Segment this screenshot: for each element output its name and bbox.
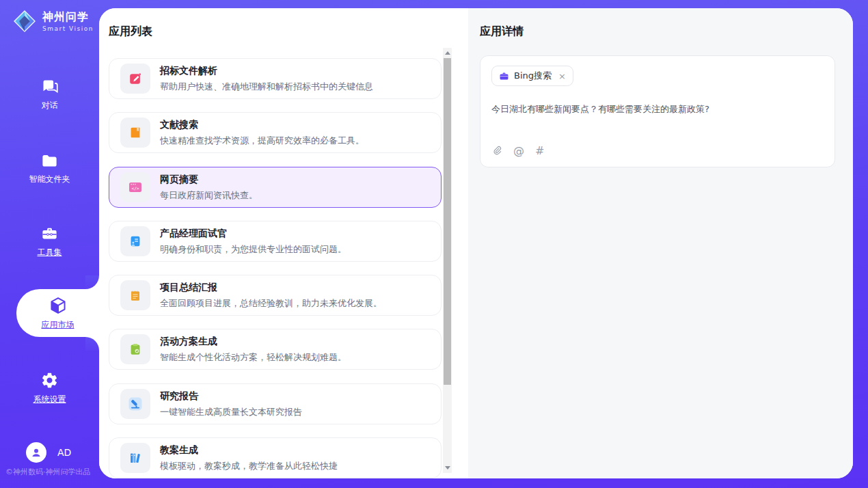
app-icon-tile xyxy=(120,443,150,473)
avatar xyxy=(26,442,46,463)
brand-tagline: Smart Vision xyxy=(42,25,94,32)
app-list-panel: 应用列表 招标文件解析 帮助用户快速、准确地理解和解析招标书中的关键信息 xyxy=(99,8,468,478)
mention-icon[interactable]: @ xyxy=(513,146,524,157)
app-icon-tile xyxy=(120,64,150,94)
bubble-bottom-curve xyxy=(85,337,99,351)
bubble-top-curve xyxy=(85,275,99,289)
app-description: 帮助用户快速、准确地理解和解析招标书中的关键信息 xyxy=(160,81,373,93)
tool-tag-label: Bing搜索 xyxy=(514,70,552,82)
sidebar-item-chat[interactable]: 对话 xyxy=(0,70,99,118)
diamond-logo-icon xyxy=(12,9,37,33)
app-icon-tile xyxy=(120,334,150,364)
prompt-card: Bing搜索 × 今日湖北有哪些新闻要点？有哪些需要关注的最新政策? @ # xyxy=(480,55,835,167)
tag-close-icon[interactable]: × xyxy=(558,71,566,81)
scroll-down-arrow[interactable] xyxy=(445,466,450,470)
scroll-up-arrow[interactable] xyxy=(445,51,450,55)
interview-icon xyxy=(128,234,143,249)
briefcase-icon xyxy=(499,71,509,81)
prompt-input[interactable]: 今日湖北有哪些新闻要点？有哪些需要关注的最新政策? xyxy=(491,103,824,116)
app-name: 文献搜索 xyxy=(160,119,364,131)
app-icon-tile xyxy=(120,118,150,148)
app-description: 一键智能生成高质量长文本研究报告 xyxy=(160,406,302,418)
copyright-text: ©神州数码·神州问学出品 xyxy=(5,467,101,477)
app-card-web-summary[interactable]: </> 网页摘要 每日政府新闻资讯快查。 xyxy=(109,167,442,208)
sidebar-item-settings[interactable]: 系统设置 xyxy=(0,364,99,412)
app-card-event-plan[interactable]: 活动方案生成 智能生成个性化活动方案，轻松解决规划难题。 xyxy=(109,329,442,370)
app-list-title: 应用列表 xyxy=(109,25,152,39)
app-name: 项目总结汇报 xyxy=(160,282,382,294)
sidebar-item-label: 工具集 xyxy=(38,247,62,258)
app-icon-tile: </> xyxy=(120,172,150,202)
user-account[interactable]: AD xyxy=(26,442,71,463)
app-icon-tile xyxy=(120,389,150,419)
app-description: 快速精准查找学术资源，提高研究效率的必备工具。 xyxy=(160,135,364,147)
paperclip-icon[interactable] xyxy=(491,145,502,157)
app-name: 教案生成 xyxy=(160,444,338,457)
list-scrollbar[interactable] xyxy=(443,48,452,473)
app-name: 研究报告 xyxy=(160,390,302,403)
chat-icon xyxy=(40,77,59,96)
toolbox-icon xyxy=(40,224,59,243)
app-card-lesson-plan[interactable]: 教案生成 模板驱动，教案秒成，教学准备从此轻松快捷 xyxy=(109,437,442,478)
gear-icon xyxy=(40,371,59,390)
app-card-project-summary[interactable]: 项目总结汇报 全面回顾项目进展，总结经验教训，助力未来优化发展。 xyxy=(109,275,442,316)
hashtag-icon[interactable]: # xyxy=(535,146,544,157)
app-card-literature-search[interactable]: 文献搜索 快速精准查找学术资源，提高研究效率的必备工具。 xyxy=(109,112,442,153)
brand-logo: 神州问学 Smart Vision xyxy=(12,9,94,33)
person-icon xyxy=(30,446,42,459)
app-card-research-report[interactable]: 研究报告 一键智能生成高质量长文本研究报告 xyxy=(109,383,442,424)
sidebar-item-label: 智能文件夹 xyxy=(29,174,70,185)
folder-icon xyxy=(40,151,59,170)
app-description: 全面回顾项目进展，总结经验教训，助力未来优化发展。 xyxy=(160,297,382,310)
sidebar-item-label: 对话 xyxy=(42,100,58,111)
tool-tag-bing-search[interactable]: Bing搜索 × xyxy=(491,66,573,86)
cube-icon xyxy=(49,296,68,315)
notepad-icon xyxy=(128,288,143,303)
clipboard-check-icon xyxy=(128,342,143,357)
sidebar-item-label: 应用市场 xyxy=(42,319,74,331)
sidebar: 神州问学 Smart Vision 对话 智能文件夹 工具集 xyxy=(0,0,99,488)
app-description: 智能生成个性化活动方案，轻松解决规划难题。 xyxy=(160,351,347,364)
app-name: 网页摘要 xyxy=(160,174,258,186)
app-icon-tile xyxy=(120,226,150,256)
brand-name: 神州问学 xyxy=(42,10,94,25)
app-description: 明确身份和职责，为您提供专业性的面试问题。 xyxy=(160,243,347,256)
scrollbar-thumb[interactable] xyxy=(444,58,451,385)
app-name: 产品经理面试官 xyxy=(160,228,347,240)
svg-text:</>: </> xyxy=(131,186,139,191)
edit-document-icon xyxy=(128,71,143,86)
sidebar-item-smart-folder[interactable]: 智能文件夹 xyxy=(0,144,99,192)
app-detail-panel: 应用详情 Bing搜索 × 今日湖北有哪些新闻要点？有哪些需要关注的最新政策? … xyxy=(468,8,853,478)
app-name: 活动方案生成 xyxy=(160,336,347,348)
main-content: 应用列表 招标文件解析 帮助用户快速、准确地理解和解析招标书中的关键信息 xyxy=(99,8,853,478)
sidebar-item-toolset[interactable]: 工具集 xyxy=(0,217,99,265)
microscope-icon xyxy=(127,396,144,412)
app-card-pm-interviewer[interactable]: 产品经理面试官 明确身份和职责，为您提供专业性的面试问题。 xyxy=(109,221,442,262)
app-name: 招标文件解析 xyxy=(160,65,373,77)
sidebar-item-app-market[interactable]: 应用市场 xyxy=(16,289,99,337)
book-icon xyxy=(128,125,143,140)
app-card-tender-analysis[interactable]: 招标文件解析 帮助用户快速、准确地理解和解析招标书中的关键信息 xyxy=(109,58,442,99)
app-icon-tile xyxy=(120,280,150,310)
app-description: 每日政府新闻资讯快查。 xyxy=(160,189,258,202)
browser-code-icon: </> xyxy=(127,179,144,195)
prompt-toolbar: @ # xyxy=(491,145,544,157)
user-initials: AD xyxy=(57,447,71,458)
sidebar-item-label: 系统设置 xyxy=(33,394,66,405)
app-description: 模板驱动，教案秒成，教学准备从此轻松快捷 xyxy=(160,460,338,472)
app-detail-title: 应用详情 xyxy=(480,25,524,39)
books-icon xyxy=(128,450,143,465)
